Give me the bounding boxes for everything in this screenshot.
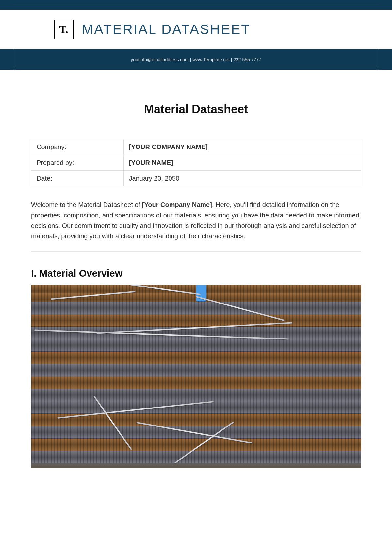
header-top-border xyxy=(0,0,392,10)
table-row: Date:January 20, 2050 xyxy=(31,171,361,186)
info-label: Company: xyxy=(31,139,124,155)
table-row: Prepared by:[YOUR NAME] xyxy=(31,155,361,171)
header-contact-bar: yourinfo@emailaddress.com | www.Template… xyxy=(0,49,392,70)
info-value: January 20, 2050 xyxy=(123,171,361,186)
intro-placeholder: [Your Company Name] xyxy=(142,201,212,208)
info-value: [YOUR COMPANY NAME] xyxy=(123,139,361,155)
header-banner: T. MATERIAL DATASHEET xyxy=(0,10,392,49)
header-title: MATERIAL DATASHEET xyxy=(82,22,251,37)
info-label: Date: xyxy=(31,171,124,186)
logo-icon: T. xyxy=(54,20,74,39)
page-title: Material Datasheet xyxy=(31,102,361,116)
header-contact-text: yourinfo@emailaddress.com | www.Template… xyxy=(131,57,261,62)
section-divider xyxy=(31,251,361,252)
material-overview-image xyxy=(31,285,361,468)
header-bottom-border xyxy=(13,66,379,66)
intro-pre: Welcome to the Material Datasheet of xyxy=(31,201,142,208)
intro-paragraph: Welcome to the Material Datasheet of [Yo… xyxy=(31,200,361,241)
logo-text: T. xyxy=(59,24,68,36)
info-label: Prepared by: xyxy=(31,155,124,171)
section-1-title: I. Material Overview xyxy=(31,268,361,279)
document-content: Material Datasheet Company:[YOUR COMPANY… xyxy=(0,70,392,468)
table-row: Company:[YOUR COMPANY NAME] xyxy=(31,139,361,155)
info-value: [YOUR NAME] xyxy=(123,155,361,171)
info-table: Company:[YOUR COMPANY NAME]Prepared by:[… xyxy=(31,139,361,186)
